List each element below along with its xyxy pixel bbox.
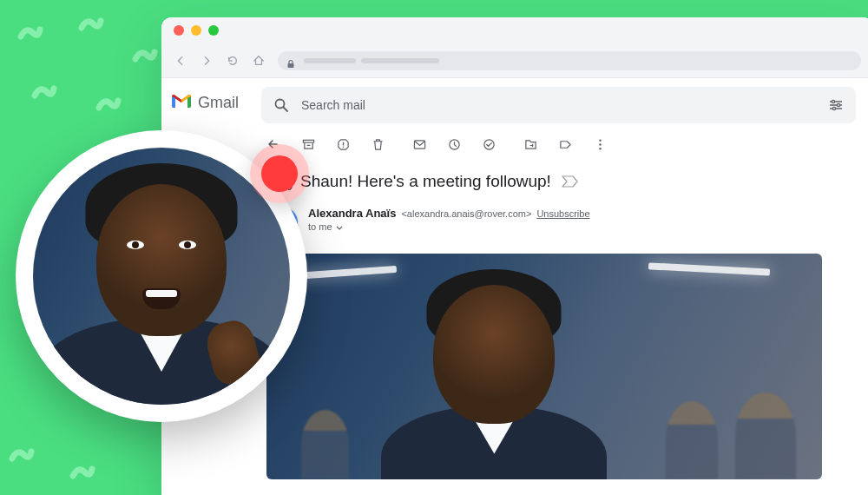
nav-reload-icon[interactable] (226, 54, 240, 68)
recipient-expand-icon[interactable] (336, 223, 343, 230)
toolbar-delete-icon[interactable] (371, 137, 385, 151)
search-tune-icon[interactable] (828, 97, 844, 113)
sender-name: Alexandra Anaïs (308, 207, 396, 220)
toolbar-markunread-icon[interactable] (412, 137, 426, 151)
svg-point-11 (342, 146, 344, 148)
svg-point-16 (599, 143, 601, 145)
gmail-logo-icon (172, 94, 191, 108)
email-toolbar (261, 123, 856, 165)
svg-point-15 (599, 139, 601, 141)
svg-rect-9 (303, 140, 313, 142)
recipient-label: to me (308, 221, 332, 232)
sender-row: Alexandra Anaïs <alexandra.anais@rover.c… (261, 198, 856, 247)
record-button[interactable] (250, 144, 309, 203)
lock-icon (286, 56, 295, 65)
gmail-main: Search mail (261, 78, 868, 495)
svg-point-7 (837, 103, 839, 106)
importance-marker-icon[interactable] (562, 175, 579, 188)
svg-point-14 (483, 139, 493, 148)
webcam-video (33, 148, 290, 405)
toolbar-more-icon[interactable] (593, 137, 607, 151)
window-close-button[interactable] (174, 25, 184, 36)
search-placeholder: Search mail (301, 98, 816, 112)
toolbar-archive-icon[interactable] (301, 137, 315, 151)
window-minimize-button[interactable] (191, 25, 201, 36)
svg-point-6 (832, 100, 834, 102)
toolbar-label-icon[interactable] (558, 137, 572, 151)
browser-nav-bar (161, 43, 868, 78)
url-bar[interactable] (278, 51, 861, 70)
record-indicator-icon (261, 155, 298, 192)
toolbar-moveto-icon[interactable] (523, 137, 537, 151)
toolbar-spam-icon[interactable] (336, 137, 350, 151)
svg-point-17 (599, 147, 601, 148)
sender-email: <alexandra.anais@rover.com> (401, 208, 531, 219)
svg-point-8 (832, 107, 835, 109)
nav-back-icon[interactable] (174, 54, 187, 68)
svg-rect-0 (288, 63, 294, 68)
toolbar-addtask-icon[interactable] (482, 137, 496, 151)
svg-line-2 (284, 108, 288, 112)
email-subject: Hey Shaun! Here's a meeting followup! (266, 172, 551, 191)
url-placeholder (304, 58, 439, 63)
email-video-thumbnail[interactable] (266, 254, 822, 479)
gmail-logo-text: Gmail (198, 94, 239, 112)
toolbar-snooze-icon[interactable] (447, 137, 461, 151)
search-bar[interactable]: Search mail (261, 87, 856, 123)
nav-forward-icon[interactable] (200, 54, 214, 68)
search-icon (273, 97, 289, 113)
nav-home-icon[interactable] (252, 54, 266, 68)
window-titlebar (161, 17, 868, 43)
unsubscribe-link[interactable]: Unsubscribe (536, 208, 589, 219)
window-maximize-button[interactable] (208, 25, 219, 36)
subject-row: Hey Shaun! Here's a meeting followup! (261, 165, 856, 198)
